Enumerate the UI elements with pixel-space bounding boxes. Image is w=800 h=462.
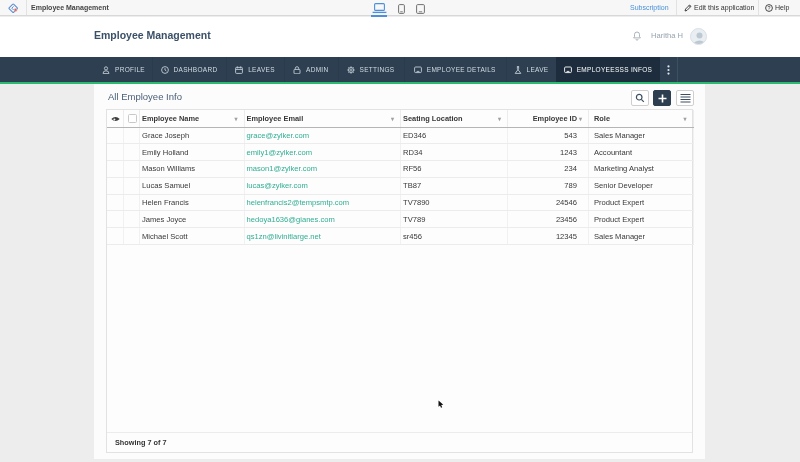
svg-text:?: ? (768, 5, 771, 11)
